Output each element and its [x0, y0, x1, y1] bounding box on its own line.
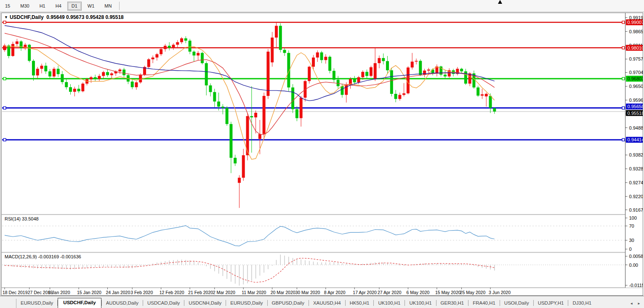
- timeframe-button-m30[interactable]: M30: [16, 2, 33, 11]
- candle-body: [40, 66, 43, 69]
- toolbar-separator: [119, 2, 120, 10]
- hline-handle: [622, 77, 625, 80]
- candle-body: [217, 101, 220, 106]
- candle-body: [275, 26, 278, 37]
- candle-body: [489, 96, 492, 108]
- tab-uk100-h1[interactable]: UK100,H1: [374, 299, 404, 308]
- candle-body: [65, 82, 68, 87]
- candle-body: [476, 88, 479, 96]
- price-axis-label: 0.91675: [629, 207, 643, 212]
- price-axis-label: 0.92740: [629, 180, 643, 185]
- candle-body: [180, 38, 183, 42]
- chart-dropdown-icon[interactable]: ▼: [4, 15, 8, 19]
- candle-body: [390, 70, 393, 94]
- candle-body: [312, 58, 315, 67]
- candle-body: [444, 74, 447, 76]
- timeframe-button-d1[interactable]: D1: [67, 2, 82, 11]
- candle-body: [485, 94, 488, 96]
- candle-body: [164, 46, 167, 49]
- date-label: 24 Jan 2020: [106, 290, 130, 295]
- candle-body: [316, 53, 319, 58]
- tab-ger30-h1[interactable]: GER30,H1: [436, 299, 468, 308]
- price-badge-0.96803: 0.96803: [628, 76, 643, 81]
- candle-body: [411, 61, 414, 67]
- rsi-axis-label: 0: [629, 247, 632, 252]
- candle-body: [328, 57, 331, 71]
- tab-usdjpy-h1[interactable]: USDJPY,H1: [534, 299, 568, 308]
- price-badge-0.98010: 0.98010: [628, 45, 643, 50]
- tab-gbpusd-daily[interactable]: GBPUSD,Daily: [268, 299, 309, 308]
- tab-eurusd-daily[interactable]: EURUSD,Daily: [226, 299, 267, 308]
- hline-handle: [622, 47, 625, 49]
- candle-body: [238, 178, 241, 183]
- candle-body: [266, 52, 269, 96]
- price-axis-label: 0.92200: [629, 194, 643, 199]
- date-label: 18 Dec 2019: [3, 290, 28, 295]
- macd-axis-label: -0.011514: [629, 283, 643, 288]
- tab-hk50-h1[interactable]: HK50,H1: [346, 299, 374, 308]
- timeframe-button-15[interactable]: 15: [1, 2, 14, 11]
- date-label: 25 May 2020: [460, 290, 486, 295]
- scroll-left-icon[interactable]: ◄: [630, 302, 633, 305]
- tab-usdcnh-daily[interactable]: USDCNH,Daily: [184, 299, 226, 308]
- candle-body: [427, 69, 430, 70]
- date-label: 6 May 2020: [406, 290, 429, 295]
- candle-body: [69, 87, 72, 92]
- candle-body: [192, 52, 195, 56]
- date-label: 3 Feb 2020: [130, 290, 153, 295]
- candle-body: [374, 63, 377, 79]
- date-label: 17 Apr 2020: [353, 290, 377, 295]
- chart-window[interactable]: 0.991900.986500.981100.975700.970450.965…: [1, 13, 643, 296]
- scroll-right-icon[interactable]: ►: [637, 302, 641, 305]
- tab-uk100-h1[interactable]: UK100,H1: [405, 299, 436, 308]
- candle-body: [324, 57, 327, 60]
- candle-body: [415, 61, 418, 62]
- hline-handle: [622, 107, 625, 109]
- candle-body: [184, 38, 187, 40]
- candle-body: [300, 98, 303, 118]
- timeframe-button-h1[interactable]: H1: [35, 2, 50, 11]
- candle-body: [394, 94, 397, 99]
- candle-body: [205, 63, 208, 85]
- candle-body: [118, 69, 121, 71]
- timeframe-button-h4[interactable]: H4: [51, 2, 66, 11]
- tab-usdcad-daily[interactable]: USDCAD,Daily: [143, 299, 184, 308]
- price-axis-label: 0.93280: [629, 166, 643, 171]
- candle-body: [102, 72, 105, 76]
- candle-body: [168, 46, 171, 48]
- price-axis-label: 0.93820: [629, 152, 643, 157]
- tab-usoil-daily[interactable]: USOil,Daily: [500, 299, 533, 308]
- candle-body: [57, 69, 60, 74]
- tab-eurusd-daily[interactable]: EURUSD,Daily: [16, 299, 57, 308]
- date-label: 15 Jan 2020: [77, 290, 101, 295]
- candle-body: [135, 82, 138, 88]
- tab-bar-spacer: [0, 299, 16, 308]
- chart-title: ▼USDCHF,Daily 0.95649 0.95673 0.95428 0.…: [4, 14, 124, 20]
- chart-symbol: USDCHF,Daily: [10, 14, 44, 20]
- tab-xauusd-h4[interactable]: XAUUSD,H4: [309, 299, 345, 308]
- candle-body: [386, 61, 389, 70]
- candle-body: [361, 72, 364, 77]
- axis-column-bg: [625, 13, 643, 288]
- candle-body: [402, 93, 405, 95]
- candle-body: [98, 76, 101, 79]
- candle-body: [353, 79, 356, 82]
- candle-body: [234, 158, 237, 163]
- price-badge-0.95518: 0.95518: [628, 111, 643, 116]
- timeframe-button-mn[interactable]: MN: [100, 2, 116, 11]
- candle-body: [398, 95, 401, 99]
- chart-tab-bar: EURUSD,DailyUSDCHF,DailyAUDUSD,DailyUSDC…: [0, 296, 644, 308]
- price-axis-label: 0.97045: [629, 70, 643, 75]
- macd-signal-line: [5, 258, 495, 283]
- window-left-border: [0, 13, 0, 296]
- rsi-axis-label: 70: [629, 223, 634, 228]
- candle-body: [155, 54, 158, 58]
- tab-audusd-daily[interactable]: AUDUSD,Daily: [102, 299, 143, 308]
- price-chart-svg[interactable]: 0.991900.986500.981100.975700.970450.965…: [2, 13, 643, 295]
- tab-fra40-h1[interactable]: FRA40,H1: [468, 299, 500, 308]
- tab-usdchf-daily[interactable]: USDCHF,Daily: [58, 298, 101, 308]
- timeframe-button-w1[interactable]: W1: [83, 2, 99, 11]
- candle-body: [254, 113, 257, 117]
- candle-body: [16, 41, 19, 44]
- tab-dj30-h1[interactable]: DJ30,H1: [568, 299, 596, 308]
